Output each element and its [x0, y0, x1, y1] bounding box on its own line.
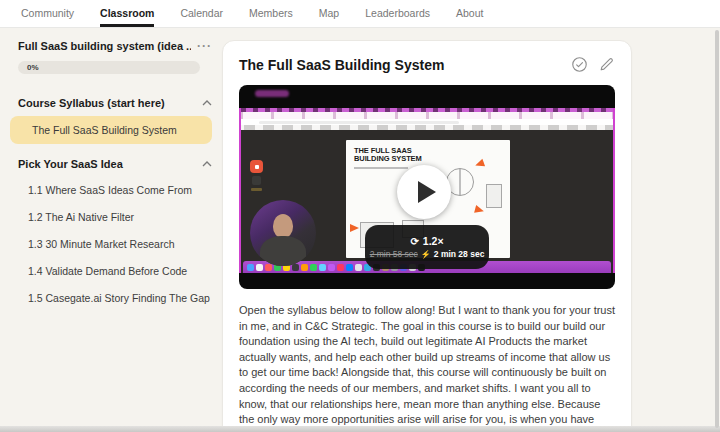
reduced-duration: 2 min 28 sec: [434, 249, 485, 259]
sidebar-item-1-5[interactable]: 1.5 Casegate.ai Story Finding The Gap: [18, 284, 212, 311]
mark-complete-icon[interactable]: [571, 56, 588, 73]
speed-label: 1.2×: [423, 235, 444, 247]
window-bottom-bar: [0, 426, 720, 432]
orange-arrow-icon: [474, 159, 485, 170]
recorder-widget: [250, 160, 263, 191]
record-button-icon: [250, 160, 263, 173]
sidebar-item-1-2[interactable]: 1.2 The Ai Native Filter: [18, 203, 212, 230]
tab-members[interactable]: Members: [249, 7, 293, 27]
course-title: Full SaaS building system (idea ...: [18, 40, 191, 52]
browser-urlbar-icon: [241, 119, 613, 125]
lesson-title: The Full SaaS Building System: [239, 57, 561, 73]
lightning-icon: ⚡: [421, 250, 431, 259]
sidebar-item-1-3[interactable]: 1.3 30 Minute Market Research: [18, 230, 212, 257]
neon-sign-icon: [255, 90, 289, 97]
sidebar-item-full-saas-building-system[interactable]: The Full SaaS Building System: [10, 116, 212, 144]
more-options-icon[interactable]: ···: [191, 39, 212, 53]
lesson-description: Open the syllabus below to follow along!…: [239, 303, 617, 432]
tab-leaderboards[interactable]: Leaderboards: [365, 7, 430, 27]
orange-arrow-icon: [350, 224, 359, 232]
chevron-up-icon: [202, 161, 212, 167]
tab-map[interactable]: Map: [319, 7, 339, 27]
tab-calendar[interactable]: Calendar: [180, 7, 223, 27]
top-nav: Community Classroom Calendar Members Map…: [0, 0, 720, 28]
edit-icon[interactable]: [598, 56, 615, 73]
browser-tabbar-icon: [241, 112, 613, 119]
scrollbar[interactable]: [715, 30, 719, 428]
play-icon: [418, 181, 436, 203]
progress-label: 0%: [18, 63, 39, 72]
isometric-panel-icon: [486, 184, 502, 208]
recorder-control-icon: [252, 176, 261, 185]
section-title: Course Syllabus (start here): [18, 97, 165, 109]
sidebar-item-1-4[interactable]: 1.4 Validate Demand Before Code: [18, 257, 212, 284]
play-button[interactable]: [397, 165, 451, 219]
tab-classroom[interactable]: Classroom: [100, 7, 154, 27]
webcam-overlay: [250, 200, 316, 266]
video-player[interactable]: THE FULL SAAS BUILDING SYSTEM: [239, 85, 615, 289]
progress-bar: 0%: [18, 61, 200, 74]
section-title: Pick Your SaaS Idea: [18, 158, 123, 170]
sidebar-item-1-1[interactable]: 1.1 Where SaaS Ideas Come From: [18, 176, 212, 203]
page: Community Classroom Calendar Members Map…: [0, 0, 720, 432]
chevron-up-icon: [202, 100, 212, 106]
lesson-header: The Full SaaS Building System: [223, 41, 631, 85]
section-pick-your-saas-idea[interactable]: Pick Your SaaS Idea: [18, 156, 212, 172]
tab-about[interactable]: About: [456, 7, 483, 27]
cover-title: THE FULL SAAS BUILDING SYSTEM: [354, 147, 426, 164]
lesson-card: The Full SaaS Building System THE FULL S…: [222, 40, 632, 432]
playback-overlay: ⟳ 1.2× 2 min 58 sec ⚡ 2 min 28 sec: [365, 225, 489, 269]
speed-icon: ⟳: [410, 236, 418, 247]
orange-arrow-icon: [474, 205, 485, 215]
recorder-bar-icon: [251, 188, 262, 191]
course-header: Full SaaS building system (idea ... ···: [18, 38, 212, 54]
section-course-syllabus[interactable]: Course Syllabus (start here): [18, 95, 212, 111]
original-duration: 2 min 58 sec: [370, 249, 418, 259]
tab-community[interactable]: Community: [21, 7, 74, 27]
cover-subtitle: [354, 167, 408, 169]
course-sidebar: Full SaaS building system (idea ... ··· …: [18, 38, 212, 311]
